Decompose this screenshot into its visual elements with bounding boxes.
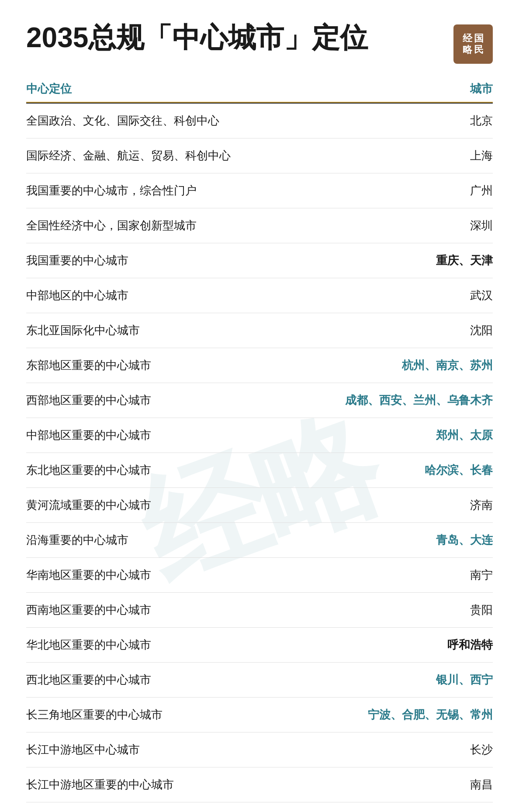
row-right-11: 济南 <box>470 498 493 513</box>
table-row: 全国性经济中心，国家创新型城市深圳 <box>26 208 493 243</box>
row-right-13: 南宁 <box>470 567 493 583</box>
col-header-right: 城市 <box>470 81 493 97</box>
row-left-4: 我国重要的中心城市 <box>26 253 436 268</box>
row-right-0: 北京 <box>470 113 493 128</box>
row-left-11: 黄河流域重要的中心城市 <box>26 498 470 513</box>
table-row: 我国重要的中心城市，综合性门户广州 <box>26 173 493 208</box>
row-right-2: 广州 <box>470 183 493 198</box>
table-row: 东北亚国际化中心城市沈阳 <box>26 313 493 348</box>
row-right-12: 青岛、大连 <box>436 532 493 548</box>
table-row: 沿海重要的中心城市青岛、大连 <box>26 523 493 558</box>
row-right-18: 长沙 <box>470 742 493 757</box>
table-row: 华南地区重要的中心城市南宁 <box>26 558 493 593</box>
page-header: 2035总规「中心城市」定位 经 国 略 民 <box>26 21 493 64</box>
row-right-5: 武汉 <box>470 288 493 303</box>
table-row: 长三角地区重要的中心城市宁波、合肥、无锡、常州 <box>26 698 493 733</box>
table-row: 长江中游地区重要的中心城市南昌 <box>26 767 493 802</box>
row-left-10: 东北地区重要的中心城市 <box>26 463 425 478</box>
table-row: 西部地区重要的中心城市成都、西安、兰州、乌鲁木齐 <box>26 383 493 418</box>
page-title: 2035总规「中心城市」定位 <box>26 21 368 55</box>
table-row: 西南地区重要的中心城市贵阳 <box>26 593 493 628</box>
table-row: 全国政治、文化、国际交往、科创中心北京 <box>26 104 493 138</box>
row-left-6: 东北亚国际化中心城市 <box>26 323 470 338</box>
row-right-10: 哈尔滨、长春 <box>425 463 493 478</box>
row-left-17: 长三角地区重要的中心城市 <box>26 707 368 722</box>
row-right-17: 宁波、合肥、无锡、常州 <box>368 707 493 722</box>
table-row: 长江中游地区中心城市长沙 <box>26 733 493 767</box>
row-left-15: 华北地区重要的中心城市 <box>26 637 447 653</box>
table-row: 黄河流域重要的中心城市济南 <box>26 488 493 523</box>
row-right-19: 南昌 <box>470 777 493 792</box>
logo-char-3: 略 <box>463 44 472 55</box>
table-row: 我国重要的中心城市重庆、天津 <box>26 243 493 278</box>
logo: 经 国 略 民 <box>453 24 493 64</box>
row-right-14: 贵阳 <box>470 602 493 618</box>
row-left-2: 我国重要的中心城市，综合性门户 <box>26 183 470 198</box>
row-right-4: 重庆、天津 <box>436 253 493 268</box>
logo-char-2: 国 <box>474 33 484 44</box>
row-right-16: 银川、西宁 <box>436 672 493 688</box>
page-content: 2035总规「中心城市」定位 经 国 略 民 中心定位 城市 全国政治、文化、国… <box>0 0 519 812</box>
row-left-19: 长江中游地区重要的中心城市 <box>26 777 470 792</box>
row-right-7: 杭州、南京、苏州 <box>402 358 493 373</box>
row-left-16: 西北地区重要的中心城市 <box>26 672 436 688</box>
row-right-15: 呼和浩特 <box>447 637 493 653</box>
table-row: 国际经济、金融、航运、贸易、科创中心上海 <box>26 138 493 173</box>
table-row: 东南沿海重要的中心城市厦门、福州 <box>26 802 493 812</box>
row-right-6: 沈阳 <box>470 323 493 338</box>
table-row: 中部地区的中心城市武汉 <box>26 278 493 313</box>
row-left-12: 沿海重要的中心城市 <box>26 532 436 548</box>
row-left-9: 中部地区重要的中心城市 <box>26 428 436 443</box>
logo-char-4: 民 <box>474 44 484 55</box>
table-row: 中部地区重要的中心城市郑州、太原 <box>26 418 493 453</box>
row-left-0: 全国政治、文化、国际交往、科创中心 <box>26 113 470 128</box>
row-right-9: 郑州、太原 <box>436 428 493 443</box>
row-right-3: 深圳 <box>470 218 493 233</box>
table-row: 西北地区重要的中心城市银川、西宁 <box>26 663 493 698</box>
row-right-8: 成都、西安、兰州、乌鲁木齐 <box>345 393 493 408</box>
logo-char-1: 经 <box>463 33 472 44</box>
col-header-left: 中心定位 <box>26 81 72 97</box>
table-row: 华北地区重要的中心城市呼和浩特 <box>26 628 493 663</box>
row-left-14: 西南地区重要的中心城市 <box>26 602 470 618</box>
row-left-7: 东部地区重要的中心城市 <box>26 358 402 373</box>
table-row: 东北地区重要的中心城市哈尔滨、长春 <box>26 453 493 488</box>
row-left-1: 国际经济、金融、航运、贸易、科创中心 <box>26 148 470 163</box>
row-right-1: 上海 <box>470 148 493 163</box>
data-table: 中心定位 城市 全国政治、文化、国际交往、科创中心北京国际经济、金融、航运、贸易… <box>26 81 493 812</box>
row-left-8: 西部地区重要的中心城市 <box>26 393 345 408</box>
row-left-3: 全国性经济中心，国家创新型城市 <box>26 218 470 233</box>
table-row: 东部地区重要的中心城市杭州、南京、苏州 <box>26 348 493 383</box>
row-left-5: 中部地区的中心城市 <box>26 288 470 303</box>
row-left-13: 华南地区重要的中心城市 <box>26 567 470 583</box>
row-left-18: 长江中游地区中心城市 <box>26 742 470 757</box>
table-header: 中心定位 城市 <box>26 81 493 103</box>
table-body: 全国政治、文化、国际交往、科创中心北京国际经济、金融、航运、贸易、科创中心上海我… <box>26 104 493 812</box>
